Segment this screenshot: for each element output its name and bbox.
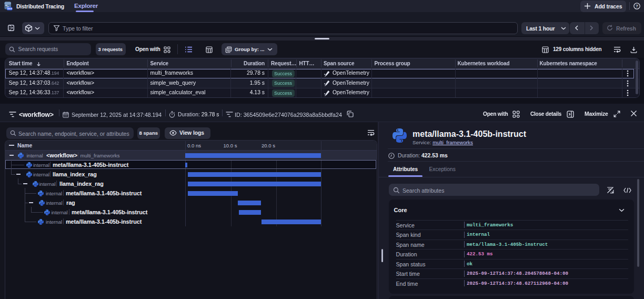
svg-text:NEW: NEW bbox=[7, 7, 12, 10]
svg-text:?: ? bbox=[636, 4, 638, 8]
